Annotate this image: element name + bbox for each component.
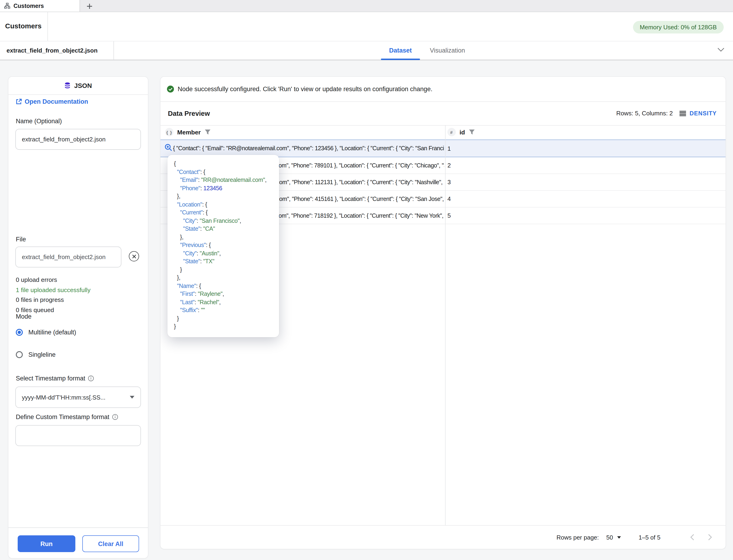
status-message-text: Node successfully configured. Click 'Run… xyxy=(178,86,432,93)
json-line: "Email": "RR@notarealemail.com", xyxy=(174,176,273,184)
density-button[interactable]: DENSITY xyxy=(679,110,717,117)
json-database-icon xyxy=(64,82,71,89)
radio-label: Multiline (default) xyxy=(28,329,76,336)
remove-file-button[interactable] xyxy=(129,251,139,261)
file-field-label: File xyxy=(16,236,26,243)
external-link-icon xyxy=(16,99,22,105)
previous-page-button[interactable] xyxy=(686,532,698,543)
json-line: } xyxy=(174,266,273,274)
new-tab-button[interactable] xyxy=(85,1,94,11)
json-line: "Contact": { xyxy=(174,168,273,176)
browser-tab-customers[interactable]: Customers xyxy=(0,0,80,12)
json-line: } xyxy=(174,315,273,323)
filter-icon[interactable] xyxy=(469,129,475,135)
id-cell: 4 xyxy=(447,191,451,207)
radio-icon xyxy=(16,351,23,358)
timestamp-format-select[interactable]: yyyy-MM-dd'T'HH:mm:ss[.SS... xyxy=(15,387,141,408)
number-type-icon: # xyxy=(447,128,456,136)
node-type-label: JSON xyxy=(74,82,92,89)
custom-timestamp-input[interactable] xyxy=(15,425,141,446)
json-line: "State": "CA" xyxy=(174,225,273,233)
header-divider xyxy=(47,12,48,41)
density-icon xyxy=(679,110,686,116)
json-line: }, xyxy=(174,274,273,282)
radio-icon xyxy=(16,329,23,336)
mode-option-selected[interactable]: Multiline (default) xyxy=(16,329,76,336)
rows-columns-summary: Rows: 5, Columns: 2 xyxy=(616,110,673,117)
column-label-id: id xyxy=(460,129,465,136)
tab-dataset[interactable]: Dataset xyxy=(381,41,420,60)
file-tab[interactable]: extract_field_from_object2.json xyxy=(0,41,114,60)
data-preview-title: Data Preview xyxy=(168,110,210,117)
open-documentation-label: Open Documentation xyxy=(25,98,88,105)
config-footer: Run Clear All xyxy=(8,527,148,558)
page-title: Customers xyxy=(5,22,42,30)
select-caret-icon xyxy=(617,536,621,538)
rows-per-page-value: 50 xyxy=(606,534,613,541)
upload-status-list: 0 upload errors1 file uploaded successfu… xyxy=(16,275,90,315)
info-icon[interactable] xyxy=(112,414,118,420)
zoom-in-icon[interactable] xyxy=(165,144,172,153)
member-cell: { "Contact": { "Email": "RR@notarealemai… xyxy=(173,140,444,157)
name-input[interactable] xyxy=(15,129,141,150)
rows-per-page-label: Rows per page: xyxy=(556,534,599,541)
name-field-label: Name (Optional) xyxy=(16,118,62,125)
file-tab-label: extract_field_from_object2.json xyxy=(7,47,98,54)
clear-all-button[interactable]: Clear All xyxy=(82,535,139,552)
status-message-row: Node successfully configured. Click 'Run… xyxy=(160,77,726,101)
radio-label: Singleline xyxy=(28,351,56,358)
custom-timestamp-label-text: Define Custom Timestamp format xyxy=(16,413,109,420)
json-line: "Current": { xyxy=(174,209,273,217)
custom-timestamp-label: Define Custom Timestamp format xyxy=(16,413,118,420)
json-line: "Last": "Rachel", xyxy=(174,298,273,307)
timestamp-format-label-text: Select Timestamp format xyxy=(16,375,85,382)
filter-icon[interactable] xyxy=(204,129,210,135)
tab-dataset-underline xyxy=(381,59,420,60)
timestamp-format-label: Select Timestamp format xyxy=(16,375,94,382)
run-button[interactable]: Run xyxy=(18,535,75,552)
info-icon[interactable] xyxy=(88,375,94,381)
pagination-range: 1–5 of 5 xyxy=(639,534,660,541)
next-page-button[interactable] xyxy=(704,532,715,543)
mode-option-unselected[interactable]: Singleline xyxy=(16,351,56,358)
json-line: "First": "Raylene", xyxy=(174,290,273,298)
object-type-icon: { } xyxy=(165,128,173,136)
id-cell: 1 xyxy=(447,140,451,157)
app-root: Customers Customers Memory Used: 0% of 1… xyxy=(0,0,733,560)
json-line: "Phone": 123456 xyxy=(174,184,273,193)
column-label-member: Member xyxy=(177,129,201,136)
id-cell: 3 xyxy=(447,174,451,190)
app-header: Customers Memory Used: 0% of 128GB xyxy=(0,12,733,41)
file-input[interactable] xyxy=(15,247,121,267)
upload-status-line: 1 file uploaded successfully xyxy=(16,285,90,295)
success-check-icon xyxy=(167,86,174,93)
pagination-bar: Rows per page: 50 1–5 of 5 xyxy=(160,525,726,549)
select-caret-icon xyxy=(130,396,134,399)
open-documentation-link[interactable]: Open Documentation xyxy=(16,98,88,105)
table-header: { } Member # id xyxy=(160,125,726,140)
json-line: }, xyxy=(174,233,273,241)
json-line: { xyxy=(174,160,273,168)
column-header-id[interactable]: # id xyxy=(447,128,475,136)
json-line: "State": "TX" xyxy=(174,258,273,266)
density-label: DENSITY xyxy=(690,110,717,117)
browser-tab-bar: Customers xyxy=(0,0,733,12)
memory-usage-badge: Memory Used: 0% of 128GB xyxy=(633,21,724,33)
json-line: "Previous": { xyxy=(174,241,273,250)
timestamp-format-value: yyyy-MM-dd'T'HH:mm:ss[.SS... xyxy=(22,394,106,401)
editor-tab-row: extract_field_from_object2.json Dataset … xyxy=(0,41,733,60)
node-type-header: JSON xyxy=(8,77,148,95)
pipeline-tree-icon xyxy=(4,3,10,9)
rows-per-page-select[interactable]: 50 xyxy=(606,534,621,541)
id-cell: 2 xyxy=(447,157,451,173)
close-icon xyxy=(132,254,136,258)
json-line: "Location": { xyxy=(174,201,273,209)
upload-status-line: 0 files in progress xyxy=(16,295,90,305)
config-panel: JSON Open Documentation Name (Optional) … xyxy=(8,77,148,558)
browser-tab-title: Customers xyxy=(13,3,44,9)
json-line: "City": "Austin", xyxy=(174,250,273,258)
collapse-panel-button[interactable] xyxy=(717,47,725,52)
tab-visualization[interactable]: Visualization xyxy=(424,41,471,60)
table-row[interactable]: { "Contact": { "Email": "RR@notarealemai… xyxy=(160,140,726,157)
column-header-member[interactable]: { } Member xyxy=(165,128,210,136)
